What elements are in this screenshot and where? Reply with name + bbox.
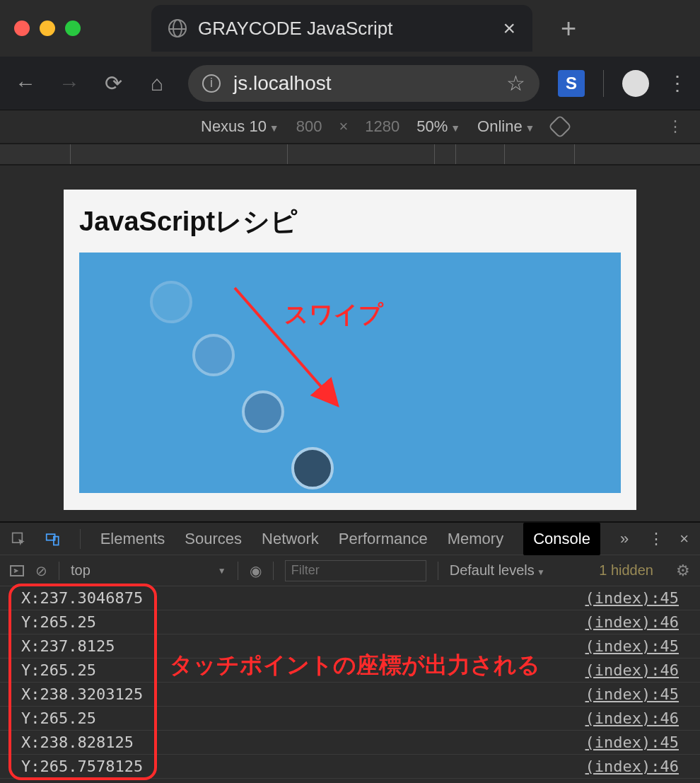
close-tab-button[interactable]: × [503, 16, 515, 40]
console-filter-input[interactable] [285, 560, 426, 581]
console-message: X:238.828125 [21, 733, 134, 751]
console-divider [273, 562, 274, 580]
console-message: Y:265.25 [21, 709, 96, 727]
toolbar: ← → ⟳ ⌂ i js.localhost ☆ S ⋮ [0, 57, 700, 110]
console-source-link[interactable]: (index):45 [585, 685, 679, 703]
tab-network[interactable]: Network [262, 530, 319, 548]
console-row[interactable]: Y:265.25 (index):46 [0, 610, 700, 634]
execution-context-select[interactable]: top [71, 562, 226, 579]
back-button[interactable]: ← [13, 71, 38, 95]
live-expression-icon[interactable]: ◉ [250, 562, 262, 579]
extension-icon[interactable]: S [558, 70, 585, 97]
console-source-link[interactable]: (index):46 [585, 661, 679, 679]
globe-icon [168, 19, 187, 37]
dimension-x: × [339, 117, 348, 136]
site-info-icon[interactable]: i [202, 74, 221, 93]
console-source-link[interactable]: (index):45 [585, 589, 679, 607]
chrome-menu-button[interactable]: ⋮ [667, 71, 687, 95]
url-text: js.localhost [233, 72, 332, 95]
console-prompt[interactable]: ❯ [0, 779, 700, 783]
console-row[interactable]: X:238.3203125 (index):45 [0, 683, 700, 707]
browser-tab[interactable]: GRAYCODE JavaScript × [151, 5, 532, 52]
console-source-link[interactable]: (index):45 [585, 637, 679, 655]
new-tab-button[interactable]: + [561, 13, 576, 44]
tab-memory[interactable]: Memory [448, 530, 503, 548]
tab-console[interactable]: Console [523, 523, 600, 555]
home-button[interactable]: ⌂ [144, 71, 170, 95]
console-message: X:237.8125 [21, 637, 115, 655]
device-height[interactable]: 1280 [365, 117, 399, 136]
console-output: タッチポイントの座標が出力される X:237.3046875 (index):4… [0, 586, 700, 783]
console-message: X:237.3046875 [21, 589, 143, 607]
touch-canvas[interactable]: スワイプ [79, 253, 621, 493]
touch-trail-dot [150, 281, 192, 323]
traffic-lights [14, 21, 81, 36]
ruler [0, 144, 700, 166]
more-tabs-button[interactable]: » [620, 530, 629, 548]
console-source-link[interactable]: (index):46 [585, 709, 679, 727]
tab-elements[interactable]: Elements [100, 530, 165, 548]
console-source-link[interactable]: (index):45 [585, 733, 679, 751]
swipe-annotation: スワイプ [284, 298, 383, 331]
throttling-select[interactable]: Online [477, 117, 535, 136]
console-divider [59, 562, 59, 580]
device-toolbar-menu[interactable]: ⋮ [667, 117, 683, 136]
console-message: Y:265.25 [21, 661, 96, 679]
bookmark-star-icon[interactable]: ☆ [506, 71, 525, 95]
devtools-tabstrip: Elements Sources Network Performance Mem… [0, 521, 700, 555]
device-toolbar: Nexus 10 800 × 1280 50% Online ⋮ [0, 110, 700, 144]
rotate-icon[interactable] [548, 115, 572, 139]
console-sidebar-toggle-icon[interactable] [10, 564, 24, 578]
devtools-close-button[interactable]: × [679, 530, 689, 548]
devtools-menu-button[interactable]: ⋮ [648, 530, 664, 548]
omnibox[interactable]: i js.localhost ☆ [188, 65, 539, 102]
console-message: Y:265.25 [21, 613, 96, 631]
toolbar-divider [603, 70, 604, 97]
tab-sources[interactable]: Sources [185, 530, 242, 548]
page-heading: JavaScriptレシピ [79, 204, 621, 240]
touch-point-dot [291, 447, 334, 489]
window-titlebar: GRAYCODE JavaScript × + [0, 0, 700, 57]
device-select[interactable]: Nexus 10 [201, 117, 279, 136]
maximize-window-button[interactable] [65, 21, 81, 36]
console-message: X:238.3203125 [21, 685, 143, 703]
hidden-messages-count[interactable]: 1 hidden [599, 562, 653, 579]
console-row[interactable]: Y:265.25 (index):46 [0, 707, 700, 731]
minimize-window-button[interactable] [40, 21, 55, 36]
console-source-link[interactable]: (index):46 [585, 758, 679, 775]
console-settings-icon[interactable]: ⚙ [676, 562, 690, 580]
close-window-button[interactable] [14, 21, 30, 36]
tab-performance[interactable]: Performance [339, 530, 428, 548]
device-width[interactable]: 800 [296, 117, 322, 136]
clear-console-icon[interactable]: ⊘ [35, 562, 47, 579]
console-row[interactable]: X:237.3046875 (index):45 [0, 586, 700, 610]
output-annotation: タッチポイントの座標が出力される [170, 650, 540, 681]
console-row[interactable]: Y:265.7578125 (index):46 [0, 755, 700, 779]
device-mode-icon[interactable] [45, 530, 59, 547]
devtools-divider [80, 529, 81, 549]
profile-avatar[interactable] [622, 70, 649, 97]
console-divider [438, 562, 438, 580]
tab-title: GRAYCODE JavaScript [198, 18, 392, 40]
forward-button[interactable]: → [57, 71, 82, 95]
console-row[interactable]: X:238.828125 (index):45 [0, 731, 700, 755]
zoom-select[interactable]: 50% [416, 117, 460, 136]
console-toolbar: ⊘ top ◉ Default levels 1 hidden ⚙ [0, 555, 700, 586]
log-levels-select[interactable]: Default levels [450, 562, 545, 579]
console-divider [238, 562, 238, 580]
console-source-link[interactable]: (index):46 [585, 613, 679, 631]
inspect-element-icon[interactable] [11, 530, 25, 547]
console-message: Y:265.7578125 [21, 758, 143, 775]
reload-button[interactable]: ⟳ [100, 71, 126, 95]
page-content[interactable]: JavaScriptレシピ スワイプ [64, 190, 636, 510]
viewport: JavaScriptレシピ スワイプ [0, 166, 700, 521]
